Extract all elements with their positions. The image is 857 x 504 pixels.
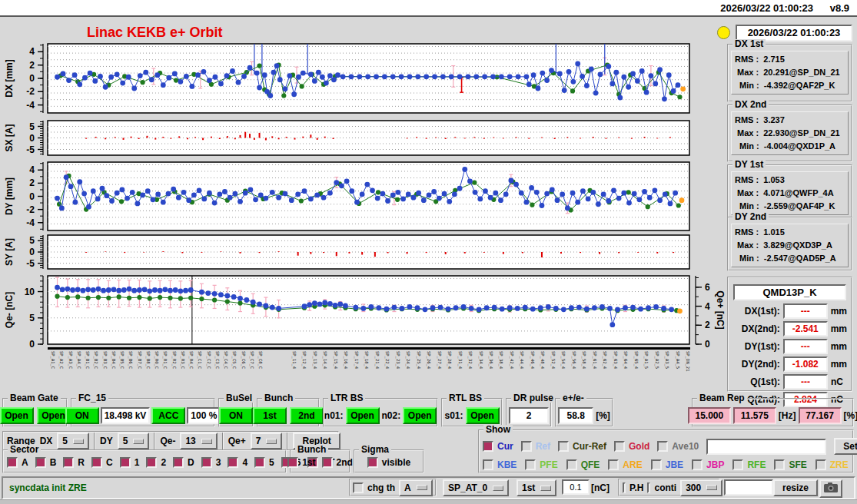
monitor-row: DY(2nd): -1.082 mm — [732, 356, 847, 372]
checkbox-indicator[interactable] — [146, 457, 157, 468]
checkbox-indicator[interactable] — [614, 441, 625, 452]
bunch-2nd-button[interactable]: 2nd — [290, 407, 324, 424]
ltr-n01-open-button[interactable]: Open — [346, 407, 380, 424]
ratio-field[interactable]: 58.8 — [558, 407, 593, 424]
range-qep-dropdown[interactable]: 7 — [251, 433, 283, 449]
range-qem-dropdown[interactable]: 13 — [180, 433, 217, 449]
checkbox-qfe[interactable]: QFE — [566, 459, 600, 470]
checkbox-3[interactable]: 3 — [201, 457, 221, 468]
range-dy-dropdown[interactable]: 5 — [118, 433, 150, 449]
checkbox-indicator[interactable] — [254, 457, 265, 468]
count-dropdown[interactable]: 300 — [680, 479, 722, 496]
checkbox-indicator[interactable] — [201, 457, 212, 468]
fc15-acc-button[interactable]: ACC — [151, 407, 185, 424]
checkbox-indicator[interactable] — [732, 459, 743, 470]
checkbox-indicator[interactable] — [63, 457, 74, 468]
resize-button[interactable]: resize — [773, 479, 818, 496]
checkbox-b[interactable]: B — [35, 457, 57, 468]
checkbox-d[interactable]: D — [173, 457, 194, 468]
checkbox-rfe[interactable]: RFE — [732, 459, 766, 470]
checkbox-ref[interactable]: Ref — [521, 441, 550, 452]
checkbox-label: 2 — [161, 457, 166, 468]
checkbox-2[interactable]: 2 — [146, 457, 166, 468]
checkbox-indicator[interactable] — [608, 459, 619, 470]
beam-gate-open-1-button[interactable]: Open — [0, 407, 34, 424]
ltr-n02-label: n02: — [382, 410, 401, 421]
checkbox-indicator[interactable] — [566, 459, 577, 470]
sp-at-dropdown[interactable]: SP_AT_0 — [443, 479, 509, 496]
bunch-select-dropdown[interactable]: 1st — [517, 479, 556, 496]
checkbox-indicator[interactable] — [815, 459, 826, 470]
chg-th-dropdown[interactable]: A — [399, 479, 433, 496]
checkbox-1[interactable]: 1 — [120, 457, 140, 468]
ltr-n02-open-button[interactable]: Open — [403, 407, 437, 424]
checkbox-indicator[interactable] — [651, 459, 662, 470]
checkbox-indicator[interactable] — [692, 459, 703, 470]
checkbox-indicator[interactable] — [7, 457, 18, 468]
bpm-label: SP_34_4 — [479, 351, 483, 369]
checkbox-c[interactable]: C — [91, 457, 113, 468]
checkbox-indicator[interactable] — [558, 441, 569, 452]
ph-checkbox[interactable] — [623, 482, 626, 493]
blank-entry[interactable] — [724, 479, 773, 496]
screenshot-button[interactable] — [819, 479, 842, 498]
checkbox-indicator[interactable] — [173, 457, 184, 468]
fc15-on-button[interactable]: ON — [65, 407, 99, 424]
chg-th-checkbox[interactable] — [353, 482, 364, 493]
checkbox-cur[interactable]: Cur — [483, 441, 513, 452]
checkbox-5[interactable]: 5 — [254, 457, 274, 468]
show-group: Show Cur Ref Cur-Ref Gold Ave10Set Ref K… — [478, 429, 854, 473]
conti-checkbox[interactable] — [647, 482, 650, 493]
checkbox-indicator[interactable] — [120, 457, 131, 468]
checkbox-jbp[interactable]: JBP — [692, 459, 724, 470]
checkbox-visible[interactable]: visible — [367, 457, 410, 468]
svg-text:4: 4 — [29, 164, 35, 175]
busel-on-button[interactable]: ON — [219, 407, 253, 424]
stats-body: RMS : 3.237 Max : 22.930@SP_DN_21 Min : … — [731, 111, 849, 155]
checkbox-ave10[interactable]: Ave10 — [657, 441, 699, 452]
checkbox-indicator[interactable] — [774, 459, 785, 470]
checkbox-indicator[interactable] — [287, 457, 298, 468]
checkbox-indicator[interactable] — [525, 459, 536, 470]
checkbox-indicator[interactable] — [35, 457, 46, 468]
ref-name-input[interactable] — [706, 439, 826, 455]
monitor-row-value: --- — [783, 303, 828, 319]
dropdown-indicator — [540, 486, 551, 491]
range-dx-label: DX — [40, 436, 53, 446]
threshold-field[interactable]: 0.1 — [562, 479, 590, 495]
checkbox-sfe[interactable]: SFE — [774, 459, 806, 470]
bunch-1st-button[interactable]: 1st — [253, 407, 287, 424]
checkbox-indicator[interactable] — [483, 459, 493, 470]
checkbox-kbe[interactable]: KBE — [483, 459, 517, 470]
checkbox-cur-ref[interactable]: Cur-Ref — [558, 441, 606, 452]
range-dx-dropdown[interactable]: 5 — [57, 433, 89, 449]
set-ref-button[interactable]: Set Ref — [834, 438, 857, 455]
checkbox-gold[interactable]: Gold — [614, 441, 649, 452]
checkbox-indicator[interactable] — [367, 457, 378, 468]
checkbox-indicator[interactable] — [228, 457, 238, 468]
checkbox-indicator[interactable] — [657, 441, 668, 452]
checkbox-indicator[interactable] — [322, 457, 333, 468]
bpm-label: SP_C5_C — [232, 351, 237, 369]
checkbox-jbe[interactable]: JBE — [651, 459, 683, 470]
bpm-label: SP_62_4 — [603, 351, 607, 369]
svg-text:5: 5 — [29, 235, 35, 246]
bunch-group: Bunch 1st 2nd — [257, 398, 320, 427]
show-label: Show — [483, 425, 513, 434]
bpm-label: SP_11_4 — [292, 351, 297, 369]
checkbox-indicator[interactable] — [91, 457, 102, 468]
checkbox-2nd[interactable]: 2nd — [322, 457, 353, 468]
dr-pulse-field[interactable]: 2 — [509, 407, 549, 424]
threshold-unit: [nC] — [591, 482, 610, 493]
checkbox-are[interactable]: ARE — [608, 459, 642, 470]
checkbox-r[interactable]: R — [63, 457, 85, 468]
checkbox-a[interactable]: A — [7, 457, 28, 468]
checkbox-pfe[interactable]: PFE — [525, 459, 557, 470]
monitor-rows: DX(1st): --- mmDX(2nd): -2.541 mmDY(1st)… — [729, 303, 851, 407]
checkbox-1st[interactable]: 1st — [287, 457, 315, 468]
checkbox-indicator[interactable] — [483, 441, 493, 452]
checkbox-4[interactable]: 4 — [228, 457, 247, 468]
rtl-s01-open-button[interactable]: Open — [466, 407, 500, 424]
checkbox-zre[interactable]: ZRE — [815, 459, 849, 470]
checkbox-indicator[interactable] — [521, 441, 532, 452]
